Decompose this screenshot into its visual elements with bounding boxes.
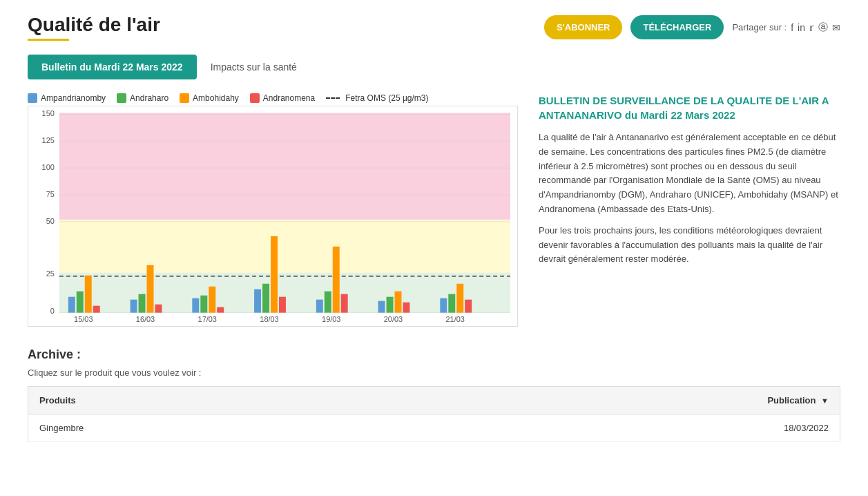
svg-text:16/03: 16/03 <box>136 315 155 323</box>
svg-rect-20 <box>93 306 100 313</box>
tab-impacts[interactable]: Impacts sur la santé <box>197 55 311 79</box>
archive-section: Archive : Cliquez sur le produit que vou… <box>28 347 840 442</box>
legend-label-ampandrianomby: Ampandrianomby <box>41 93 106 103</box>
share-label: Partager sur : <box>732 22 787 32</box>
svg-rect-42 <box>448 294 455 313</box>
legend-label-oms: Fetra OMS (25 µg/m3) <box>345 93 428 103</box>
svg-rect-43 <box>456 284 463 313</box>
svg-rect-21 <box>131 300 137 313</box>
sort-icon: ▼ <box>821 397 829 405</box>
svg-rect-34 <box>325 292 331 313</box>
produit-cell: Gingembre <box>28 414 389 442</box>
linkedin-icon[interactable]: in <box>798 22 805 33</box>
svg-text:19/03: 19/03 <box>322 315 340 323</box>
col-publication[interactable]: Publication ▼ <box>389 387 840 414</box>
svg-rect-38 <box>387 297 394 313</box>
legend-color-andraharo <box>117 93 126 103</box>
legend-color-ampandrianomby <box>28 93 37 103</box>
twitter-icon[interactable]: 𝕣 <box>809 22 814 33</box>
svg-rect-22 <box>139 294 146 313</box>
archive-title: Archive : <box>28 347 840 362</box>
chart-legend: Ampandrianomby Andraharo Ambohidahy Andr… <box>28 93 518 103</box>
svg-rect-28 <box>217 307 224 313</box>
tab-bar: Bulletin du Mardi 22 Mars 2022 Impacts s… <box>28 55 840 79</box>
archive-table: Produits Publication ▼ Gingembre 18/03/2… <box>28 386 840 442</box>
table-row[interactable]: Gingembre 18/03/2022 <box>28 414 840 442</box>
svg-rect-31 <box>271 236 278 313</box>
svg-rect-40 <box>403 303 409 313</box>
chart-container: 150 125 100 75 50 25 0 <box>28 106 518 327</box>
svg-rect-25 <box>192 298 199 313</box>
svg-rect-44 <box>465 300 472 313</box>
bulletin-text1: La qualité de l'air à Antananarivo est g… <box>539 131 840 217</box>
title-underline <box>28 39 69 41</box>
svg-text:50: 50 <box>46 217 55 225</box>
svg-text:150: 150 <box>42 109 55 117</box>
svg-text:21/03: 21/03 <box>446 315 465 323</box>
svg-text:0: 0 <box>50 307 55 315</box>
svg-text:100: 100 <box>42 163 55 171</box>
svg-rect-26 <box>200 296 207 313</box>
archive-subtitle: Cliquez sur le produit que vous voulez v… <box>28 368 840 378</box>
svg-rect-33 <box>316 300 323 313</box>
svg-rect-29 <box>254 289 261 313</box>
svg-rect-23 <box>147 265 154 313</box>
legend-label-andranomena: Andranomena <box>263 93 315 103</box>
svg-rect-36 <box>341 294 348 313</box>
svg-rect-0 <box>59 113 510 220</box>
legend-label-ambohidahy: Ambohidahy <box>193 93 239 103</box>
chart-svg: 150 125 100 75 50 25 0 <box>28 106 517 326</box>
legend-dashed-oms <box>326 97 340 99</box>
svg-rect-32 <box>279 297 286 313</box>
facebook-icon[interactable]: f <box>791 22 793 33</box>
bulletin-title: BULLETIN DE SURVEILLANCE DE LA QUALITE D… <box>539 93 840 122</box>
svg-rect-24 <box>155 305 162 313</box>
legend-color-ambohidahy <box>180 93 189 103</box>
pinterest-icon[interactable]: ⓐ <box>818 21 828 34</box>
svg-rect-19 <box>85 276 92 313</box>
svg-rect-18 <box>77 292 84 313</box>
svg-rect-30 <box>262 284 269 313</box>
page-title: Qualité de l'air <box>28 14 160 36</box>
col-produits[interactable]: Produits <box>28 387 389 414</box>
svg-rect-1 <box>59 220 510 273</box>
svg-text:17/03: 17/03 <box>198 315 217 323</box>
svg-text:15/03: 15/03 <box>74 315 93 323</box>
svg-text:20/03: 20/03 <box>384 315 403 323</box>
svg-rect-35 <box>333 247 340 313</box>
date-cell: 18/03/2022 <box>389 414 840 442</box>
svg-rect-41 <box>440 298 447 313</box>
svg-text:18/03: 18/03 <box>260 315 278 323</box>
description-panel: BULLETIN DE SURVEILLANCE DE LA QUALITE D… <box>539 93 840 327</box>
svg-rect-27 <box>209 287 215 313</box>
svg-rect-17 <box>68 297 75 313</box>
tab-bulletin[interactable]: Bulletin du Mardi 22 Mars 2022 <box>28 55 197 79</box>
legend-label-andraharo: Andraharo <box>130 93 168 103</box>
legend-color-andranomena <box>250 93 260 103</box>
svg-text:125: 125 <box>42 136 55 144</box>
svg-rect-37 <box>378 301 385 313</box>
svg-text:75: 75 <box>46 190 55 198</box>
bulletin-text2: Pour les trois prochains jours, les cond… <box>539 224 840 267</box>
svg-rect-39 <box>395 292 402 313</box>
chart-area: Ampandrianomby Andraharo Ambohidahy Andr… <box>28 93 518 327</box>
svg-text:25: 25 <box>46 269 55 278</box>
email-icon[interactable]: ✉ <box>832 22 840 33</box>
download-button[interactable]: TÉLÉCHARGER <box>630 15 724 39</box>
subscribe-button[interactable]: S'ABONNER <box>544 15 623 39</box>
